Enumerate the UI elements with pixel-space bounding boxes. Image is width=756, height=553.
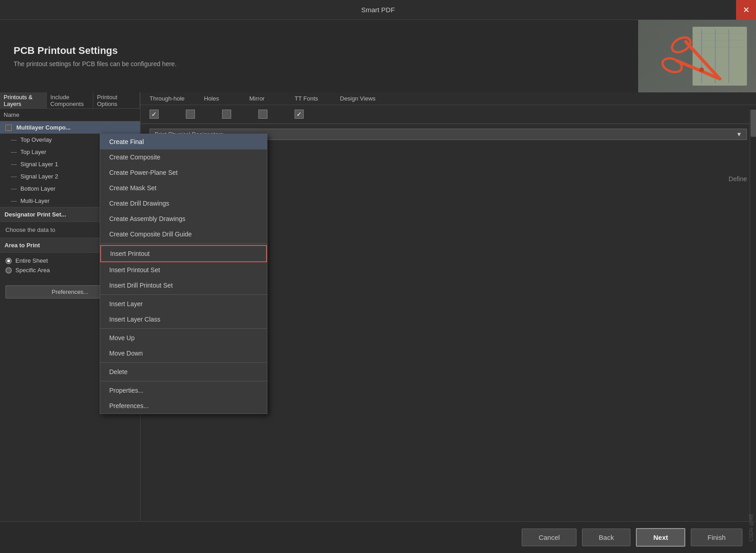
menu-item-move-down[interactable]: Move Down [100,346,267,361]
menu-separator-1 [100,243,267,244]
back-button[interactable]: Back [582,529,630,546]
holes-checkbox[interactable] [186,110,195,119]
top-layer-label: Top Layer [20,149,46,155]
menu-item-insert-drill-printout-set[interactable]: Insert Drill Printout Set [100,278,267,293]
menu-item-insert-printout-set[interactable]: Insert Printout Set [100,262,267,278]
header-description: The printout settings for PCB files can … [14,60,177,67]
design-views-checkbox[interactable] [295,110,304,119]
mirror-header: Mirror [249,95,276,102]
menu-separator-3 [100,328,267,329]
entire-sheet-radio[interactable] [5,258,12,264]
tt-fonts-checkbox[interactable] [258,110,267,119]
header-area: PCB Printout Settings The printout setti… [0,20,756,92]
menu-item-create-power-plane-set[interactable]: Create Power-Plane Set [100,165,267,180]
tt-fonts-header: TT Fonts [295,95,322,102]
cancel-button[interactable]: Cancel [522,529,577,546]
dialog-title: Smart PDF [361,6,395,14]
next-button[interactable]: Next [636,528,685,547]
tab-include-components[interactable]: Include Components [47,92,93,108]
menu-item-create-drill-drawings[interactable]: Create Drill Drawings [100,196,267,211]
holes-header: Holes [204,95,231,102]
menu-item-delete[interactable]: Delete [100,364,267,380]
chevron-down-icon: ▼ [736,131,742,138]
svg-point-11 [699,67,704,72]
design-views-header: Design Views [340,95,376,102]
menu-separator-5 [100,381,267,381]
menu-item-preferences[interactable]: Preferences... [100,398,267,414]
name-column-header: Name [4,111,19,118]
specific-area-label: Specific Area [15,267,50,274]
menu-item-move-up[interactable]: Move Up [100,330,267,346]
menu-item-create-mask-set[interactable]: Create Mask Set [100,180,267,196]
tree-item-multilayer[interactable]: Multilayer Compo... [0,121,140,134]
multi-layer-label: Multi-Layer [20,197,49,204]
dash-icon-2: — [11,149,17,155]
signal-layer-1-label: Signal Layer 1 [20,161,58,168]
top-overlay-label: Top Overlay [20,136,52,143]
define-button[interactable]: Define [729,175,747,183]
table-column-header: Name [0,109,140,121]
specific-area-radio[interactable] [5,267,12,274]
tab-printouts-layers[interactable]: Printouts & Layers [0,92,47,108]
watermark-text: CSDN @#蜉 [748,514,755,542]
menu-separator-2 [100,294,267,295]
header-text: PCB Printout Settings The printout setti… [14,45,177,67]
multilayer-options-row [141,105,756,124]
dash-icon-5: — [11,185,17,192]
menu-item-create-composite-drill-guide[interactable]: Create Composite Drill Guide [100,226,267,242]
bottom-layer-label: Bottom Layer [20,185,55,192]
mirror-checkbox[interactable] [222,110,231,119]
scrollbar-track[interactable] [750,109,756,521]
menu-item-insert-layer[interactable]: Insert Layer [100,296,267,312]
include-components-headers: Through-hole Holes Mirror TT Fonts Desig… [141,92,756,105]
close-button[interactable]: ✕ [736,0,756,20]
entire-sheet-label: Entire Sheet [15,257,48,264]
menu-item-create-final[interactable]: Create Final [100,134,267,149]
header-heading: PCB Printout Settings [14,45,177,57]
context-menu: Create Final Create Composite Create Pow… [100,134,267,414]
finish-button[interactable]: Finish [691,529,742,546]
menu-item-insert-printout[interactable]: Insert Printout [100,245,267,262]
header-image [584,20,756,92]
bottom-bar: Cancel Back Next Finish [0,521,756,553]
menu-item-create-composite[interactable]: Create Composite [100,149,267,165]
through-hole-header: Through-hole [150,95,186,102]
menu-item-insert-layer-class[interactable]: Insert Layer Class [100,312,267,327]
dash-icon: — [11,136,17,143]
tab-printout-options[interactable]: Printout Options [93,92,140,108]
signal-layer-2-label: Signal Layer 2 [20,173,58,180]
dash-icon-6: — [11,197,17,204]
scissors-icon [656,24,747,88]
multilayer-label: Multilayer Compo... [16,124,71,131]
scrollbar-thumb[interactable] [751,110,756,137]
through-hole-checkbox[interactable] [150,110,159,119]
dash-icon-3: — [11,161,17,168]
multilayer-checkbox [5,125,12,131]
menu-item-properties[interactable]: Properties... [100,383,267,398]
title-bar: Smart PDF ✕ [0,0,756,20]
tabs-row: Printouts & Layers Include Components Pr… [0,92,140,109]
svg-point-8 [661,56,684,74]
dash-icon-4: — [11,173,17,180]
menu-separator-4 [100,362,267,363]
menu-item-create-assembly-drawings[interactable]: Create Assembly Drawings [100,211,267,226]
